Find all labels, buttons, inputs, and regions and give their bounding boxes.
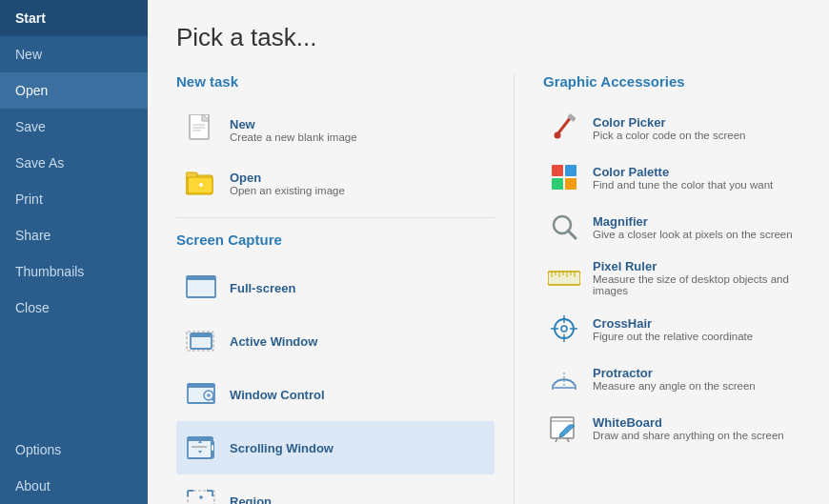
open-task-item-title: Open: [230, 171, 345, 185]
window-control-icon: [184, 377, 218, 412]
magnifier-desc: Give a closer look at pixels on the scre…: [593, 229, 793, 240]
svg-line-49: [557, 117, 571, 134]
capture-region[interactable]: Region: [176, 474, 495, 504]
sidebar-item-close[interactable]: Close: [0, 290, 148, 326]
protractor-icon: [547, 361, 581, 395]
page-title: Pick a task...: [176, 23, 800, 52]
graphic-accessories-title: Graphic Accessories: [543, 73, 800, 90]
whiteboard-title: WhiteBoard: [593, 415, 784, 430]
color-picker-title: Color Picker: [593, 115, 745, 130]
accessory-magnifier[interactable]: Magnifier Give a closer look at pixels o…: [543, 202, 800, 252]
svg-rect-56: [565, 178, 576, 190]
accessory-whiteboard[interactable]: WhiteBoard Draw and share anything on th…: [543, 403, 800, 453]
pixel-ruler-title: Pixel Ruler: [593, 259, 797, 273]
svg-rect-55: [552, 178, 563, 190]
region-item-title: Region: [230, 494, 272, 505]
left-column: New task New Create a new blank image: [176, 73, 515, 504]
svg-rect-10: [187, 276, 215, 280]
capture-window-control[interactable]: Window Control: [176, 368, 495, 421]
scrolling-window-icon: [184, 431, 218, 465]
accessory-protractor[interactable]: Protractor Measure any angle on the scre…: [543, 353, 800, 403]
main-content: Pick a task... New task New: [148, 0, 829, 504]
task-item-new[interactable]: New Create a new blank image: [176, 103, 495, 156]
color-palette-desc: Find and tune the color that you want: [593, 179, 773, 191]
protractor-desc: Measure any angle on the screen: [593, 380, 756, 392]
open-folder-icon: [184, 166, 218, 200]
sidebar-item-start[interactable]: Start: [0, 0, 148, 36]
color-palette-title: Color Palette: [593, 165, 773, 179]
content-columns: New task New Create a new blank image: [176, 73, 800, 504]
crosshair-title: CrossHair: [593, 316, 753, 331]
svg-rect-54: [565, 165, 576, 176]
svg-rect-15: [188, 384, 214, 388]
svg-rect-13: [191, 333, 212, 337]
sidebar-item-new[interactable]: New: [0, 36, 148, 72]
sidebar-item-save[interactable]: Save: [0, 109, 148, 145]
accessory-crosshair[interactable]: CrossHair Figure out the relative coordi…: [543, 304, 800, 353]
scrolling-window-item-title: Scrolling Window: [230, 441, 334, 455]
svg-point-50: [555, 132, 561, 139]
capture-scrolling-window[interactable]: Scrolling Window: [176, 421, 495, 474]
crosshair-icon: [547, 312, 581, 346]
capture-fullscreen[interactable]: Full-screen: [176, 261, 495, 314]
active-window-icon: [184, 324, 218, 358]
sidebar-item-open[interactable]: Open: [0, 72, 148, 109]
fullscreen-item-title: Full-screen: [230, 281, 295, 295]
protractor-title: Protractor: [593, 366, 756, 380]
whiteboard-icon: [547, 411, 581, 445]
right-column: Graphic Accessories Color Picker Pick a …: [515, 73, 800, 504]
magnifier-icon: [547, 210, 581, 244]
sidebar-item-about[interactable]: About: [0, 468, 148, 504]
svg-rect-23: [212, 445, 213, 451]
magnifier-title: Magnifier: [593, 214, 793, 229]
capture-active-window[interactable]: Active Window: [176, 314, 495, 368]
new-task-item-title: New: [230, 117, 357, 131]
open-task-item-desc: Open an existing image: [230, 185, 345, 196]
sidebar: Start New Open Save Save As Print Share …: [0, 0, 148, 504]
screen-capture-title: Screen Capture: [176, 232, 495, 248]
task-item-open[interactable]: Open Open an existing image: [176, 156, 495, 210]
crosshair-desc: Figure out the relative coordinate: [593, 331, 753, 342]
accessory-color-palette[interactable]: Color Palette Find and tune the color th…: [543, 152, 800, 202]
new-task-title: New task: [176, 73, 495, 90]
sidebar-item-options[interactable]: Options: [0, 432, 148, 468]
svg-point-68: [561, 326, 567, 332]
color-palette-icon: [547, 160, 581, 194]
whiteboard-desc: Draw and share anything on the screen: [593, 430, 784, 441]
svg-rect-59: [548, 272, 580, 285]
svg-rect-53: [552, 165, 563, 176]
accessory-color-picker[interactable]: Color Picker Pick a color code on the sc…: [543, 103, 800, 152]
svg-line-58: [568, 231, 576, 238]
fullscreen-icon: [184, 271, 218, 305]
accessory-pixel-ruler[interactable]: Pixel Ruler Measure the size of desktop …: [543, 252, 800, 304]
new-task-item-desc: Create a new blank image: [230, 131, 357, 143]
window-control-item-title: Window Control: [230, 388, 325, 402]
active-window-item-title: Active Window: [230, 334, 317, 349]
sidebar-item-print[interactable]: Print: [0, 181, 148, 217]
sidebar-item-share[interactable]: Share: [0, 217, 148, 253]
pixel-ruler-icon: [547, 261, 581, 295]
section-divider: [176, 217, 495, 218]
region-icon: [184, 484, 218, 504]
sidebar-item-save-as[interactable]: Save As: [0, 145, 148, 181]
pixel-ruler-desc: Measure the size of desktop objects and …: [593, 273, 797, 296]
sidebar-item-thumbnails[interactable]: Thumbnails: [0, 253, 148, 290]
new-document-icon: [184, 112, 218, 147]
color-picker-icon: [547, 111, 581, 145]
color-picker-desc: Pick a color code on the screen: [593, 130, 745, 141]
